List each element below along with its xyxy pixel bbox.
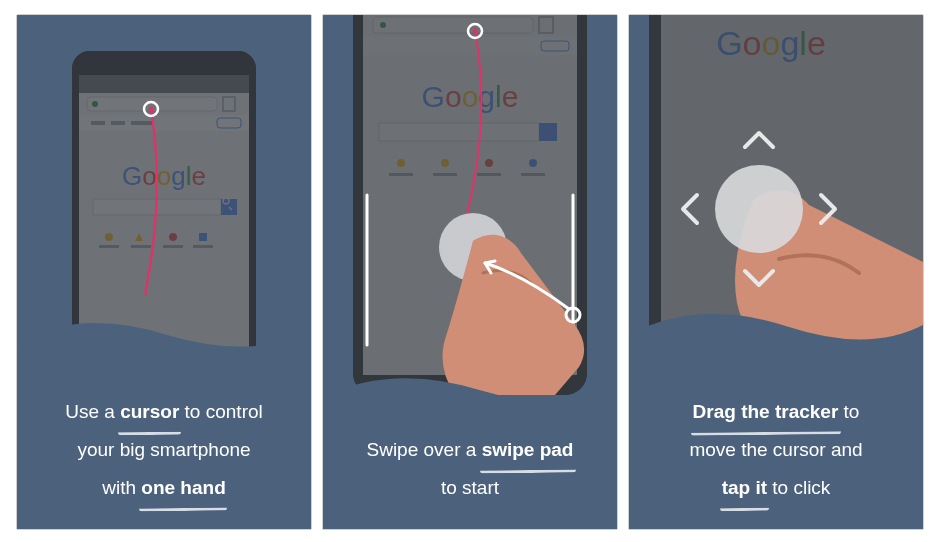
caption-bold: swipe pad [482, 431, 574, 469]
slide-caption: Drag the tracker to move the cursor and … [629, 393, 923, 507]
tracker-icon [715, 165, 803, 253]
caption-bold: one hand [141, 469, 225, 507]
caption-bold: cursor [120, 393, 179, 431]
cursor-dot-icon [149, 107, 154, 112]
slide-drag: Google Drag th [628, 14, 924, 530]
caption-text: Use a [65, 401, 120, 422]
slide-cursor: Google [16, 14, 312, 530]
screenshot-gallery: Google [0, 0, 938, 542]
caption-text: to start [441, 477, 499, 498]
caption-text: move the cursor and [689, 439, 862, 460]
caption-text: Swipe over a [367, 439, 482, 460]
caption-text: your big smartphone [77, 439, 250, 460]
svg-point-45 [473, 29, 478, 34]
slide-caption: Swipe over a swipe pad to start [323, 431, 617, 507]
caption-text: to [838, 401, 859, 422]
caption-text: with [102, 477, 141, 498]
caption-text: to click [767, 477, 830, 498]
phone-mock: Google [353, 15, 587, 395]
slide-swipe: Google [322, 14, 618, 530]
caption-bold: Drag the tracker [693, 393, 839, 431]
caption-text: to control [179, 401, 262, 422]
caption-bold: tap it [722, 469, 767, 507]
slide-caption: Use a cursor to control your big smartph… [17, 393, 311, 507]
